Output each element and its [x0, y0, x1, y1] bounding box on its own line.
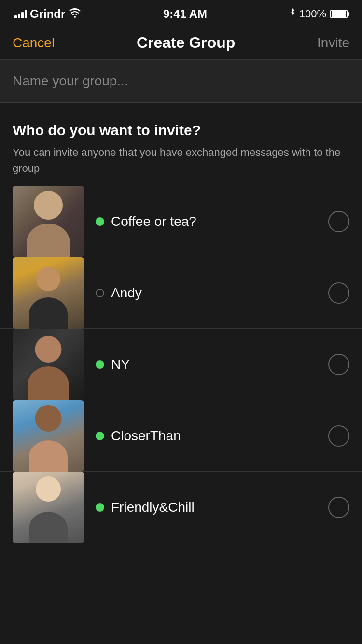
online-status-dot: [96, 289, 104, 297]
section-title: Who do you want to invite?: [13, 122, 349, 139]
page-title: Create Group: [137, 34, 235, 52]
wifi-icon: [68, 7, 82, 21]
contact-select-circle[interactable]: [328, 211, 349, 232]
status-battery-area: 100%: [289, 8, 348, 20]
status-carrier-signal: Grindr: [14, 7, 82, 21]
contact-avatar: [13, 257, 84, 329]
contact-item[interactable]: CloserThan: [0, 400, 362, 472]
contact-name: NY: [111, 357, 130, 372]
invite-section-header: Who do you want to invite? You can invit…: [0, 103, 362, 181]
online-status-dot: [96, 432, 104, 440]
contact-name: CloserThan: [111, 428, 181, 444]
online-status-dot: [96, 360, 104, 369]
contact-item[interactable]: Coffee or tea?: [0, 186, 362, 257]
contact-list: Coffee or tea? Andy NY CloserThan: [0, 186, 362, 543]
contact-item[interactable]: NY: [0, 329, 362, 400]
contact-avatar: [13, 400, 84, 472]
cancel-button[interactable]: Cancel: [13, 35, 55, 51]
nav-bar: Cancel Create Group Invite: [0, 26, 362, 60]
contact-info: CloserThan: [84, 428, 328, 444]
contact-name: Coffee or tea?: [111, 214, 196, 229]
battery-percent: 100%: [299, 8, 326, 20]
contact-avatar: [13, 472, 84, 543]
section-description: You can invite anyone that you have exch…: [13, 144, 349, 176]
contact-info: NY: [84, 357, 328, 372]
status-bar: Grindr 9:41 AM 100%: [0, 0, 362, 26]
contact-select-circle[interactable]: [328, 425, 349, 447]
status-time: 9:41 AM: [163, 7, 207, 21]
contact-select-circle[interactable]: [328, 354, 349, 375]
contact-info: Andy: [84, 285, 328, 301]
online-status-dot: [96, 217, 104, 226]
contact-item[interactable]: Andy: [0, 257, 362, 329]
battery-icon: [330, 10, 348, 18]
contact-item[interactable]: Friendly&Chill: [0, 472, 362, 543]
contact-select-circle[interactable]: [328, 282, 349, 304]
bluetooth-icon: [289, 8, 295, 20]
contact-name: Friendly&Chill: [111, 500, 195, 515]
contact-name: Andy: [111, 285, 142, 301]
signal-bars-icon: [14, 10, 27, 18]
contact-info: Friendly&Chill: [84, 500, 328, 515]
contact-info: Coffee or tea?: [84, 214, 328, 229]
online-status-dot: [96, 503, 104, 512]
contact-select-circle[interactable]: [328, 497, 349, 518]
battery-fill: [332, 11, 346, 17]
group-name-input[interactable]: [0, 60, 362, 103]
contact-avatar: [13, 186, 84, 257]
contact-avatar: [13, 329, 84, 400]
carrier-label: Grindr: [30, 7, 65, 21]
invite-button[interactable]: Invite: [317, 35, 349, 51]
